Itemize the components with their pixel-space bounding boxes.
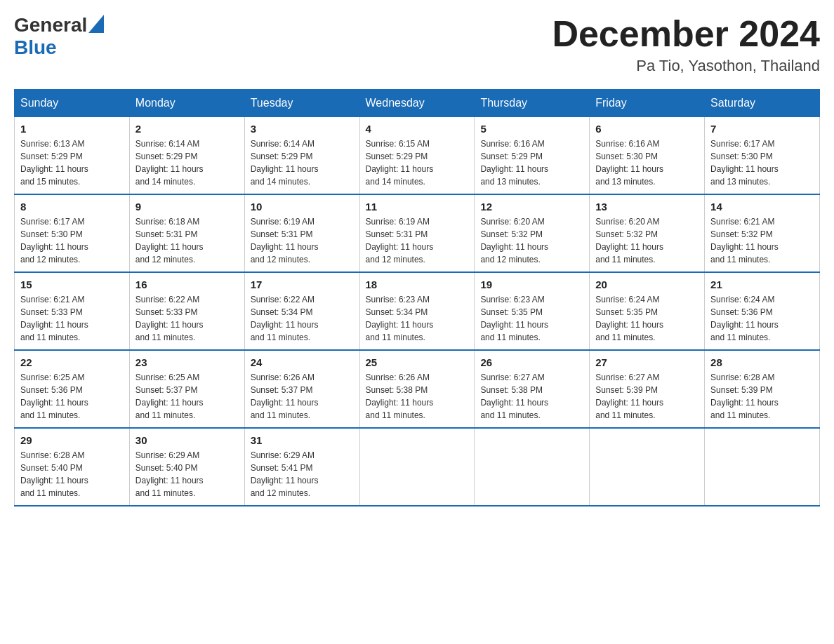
calendar-cell: 20Sunrise: 6:24 AMSunset: 5:35 PMDayligh… [590, 272, 705, 350]
calendar-cell: 30Sunrise: 6:29 AMSunset: 5:40 PMDayligh… [129, 428, 244, 506]
day-number: 26 [480, 356, 583, 368]
column-header-sunday: Sunday [15, 90, 130, 117]
calendar-cell: 31Sunrise: 6:29 AMSunset: 5:41 PMDayligh… [244, 428, 359, 506]
calendar-week-row: 29Sunrise: 6:28 AMSunset: 5:40 PMDayligh… [15, 428, 820, 506]
calendar-cell: 5Sunrise: 6:16 AMSunset: 5:29 PMDaylight… [475, 117, 590, 195]
calendar-cell [475, 428, 590, 506]
column-header-friday: Friday [590, 90, 705, 117]
calendar-cell: 22Sunrise: 6:25 AMSunset: 5:36 PMDayligh… [15, 350, 130, 428]
calendar-cell: 9Sunrise: 6:18 AMSunset: 5:31 PMDaylight… [129, 194, 244, 272]
day-info: Sunrise: 6:27 AMSunset: 5:39 PMDaylight:… [595, 371, 699, 422]
calendar-cell: 6Sunrise: 6:16 AMSunset: 5:30 PMDaylight… [590, 117, 705, 195]
day-info: Sunrise: 6:24 AMSunset: 5:35 PMDaylight:… [595, 293, 699, 344]
calendar-cell: 1Sunrise: 6:13 AMSunset: 5:29 PMDaylight… [15, 117, 130, 195]
calendar-cell: 13Sunrise: 6:20 AMSunset: 5:32 PMDayligh… [590, 194, 705, 272]
day-number: 14 [710, 201, 814, 213]
calendar-week-row: 8Sunrise: 6:17 AMSunset: 5:30 PMDaylight… [15, 194, 820, 272]
day-info: Sunrise: 6:19 AMSunset: 5:31 PMDaylight:… [251, 215, 354, 266]
calendar-cell: 28Sunrise: 6:28 AMSunset: 5:39 PMDayligh… [705, 350, 820, 428]
calendar-cell: 21Sunrise: 6:24 AMSunset: 5:36 PMDayligh… [705, 272, 820, 350]
day-number: 25 [366, 356, 469, 368]
calendar-cell: 23Sunrise: 6:25 AMSunset: 5:37 PMDayligh… [129, 350, 244, 428]
month-title: December 2024 [552, 14, 820, 54]
day-number: 31 [251, 434, 354, 446]
calendar-cell: 24Sunrise: 6:26 AMSunset: 5:37 PMDayligh… [244, 350, 359, 428]
calendar-cell: 17Sunrise: 6:22 AMSunset: 5:34 PMDayligh… [244, 272, 359, 350]
day-number: 4 [366, 123, 469, 135]
day-number: 16 [135, 279, 239, 290]
day-info: Sunrise: 6:27 AMSunset: 5:38 PMDaylight:… [480, 371, 583, 422]
column-header-monday: Monday [129, 90, 244, 117]
calendar-table: SundayMondayTuesdayWednesdayThursdayFrid… [14, 89, 820, 507]
day-info: Sunrise: 6:13 AMSunset: 5:29 PMDaylight:… [20, 137, 124, 188]
day-info: Sunrise: 6:14 AMSunset: 5:29 PMDaylight:… [135, 137, 239, 188]
day-number: 10 [251, 201, 354, 213]
day-info: Sunrise: 6:18 AMSunset: 5:31 PMDaylight:… [135, 215, 239, 266]
calendar-week-row: 1Sunrise: 6:13 AMSunset: 5:29 PMDaylight… [15, 117, 820, 195]
day-number: 23 [135, 356, 239, 368]
column-header-tuesday: Tuesday [244, 90, 359, 117]
day-number: 11 [366, 201, 469, 213]
day-info: Sunrise: 6:15 AMSunset: 5:29 PMDaylight:… [366, 137, 469, 188]
day-info: Sunrise: 6:23 AMSunset: 5:35 PMDaylight:… [480, 293, 583, 344]
day-info: Sunrise: 6:21 AMSunset: 5:32 PMDaylight:… [710, 215, 814, 266]
svg-marker-0 [88, 15, 104, 33]
calendar-cell: 11Sunrise: 6:19 AMSunset: 5:31 PMDayligh… [359, 194, 475, 272]
day-number: 27 [595, 356, 699, 368]
logo: General Blue [14, 14, 104, 59]
day-number: 21 [710, 279, 814, 290]
calendar-cell: 27Sunrise: 6:27 AMSunset: 5:39 PMDayligh… [590, 350, 705, 428]
day-number: 2 [135, 123, 239, 135]
day-number: 3 [251, 123, 354, 135]
calendar-cell: 8Sunrise: 6:17 AMSunset: 5:30 PMDaylight… [15, 194, 130, 272]
day-number: 13 [595, 201, 699, 213]
calendar-cell: 14Sunrise: 6:21 AMSunset: 5:32 PMDayligh… [705, 194, 820, 272]
location-title: Pa Tio, Yasothon, Thailand [552, 57, 820, 75]
day-number: 15 [20, 279, 124, 290]
day-info: Sunrise: 6:23 AMSunset: 5:34 PMDaylight:… [366, 293, 469, 344]
title-section: December 2024 Pa Tio, Yasothon, Thailand [552, 14, 820, 75]
day-number: 24 [251, 356, 354, 368]
calendar-cell [590, 428, 705, 506]
day-number: 8 [20, 201, 124, 213]
column-header-saturday: Saturday [705, 90, 820, 117]
column-header-thursday: Thursday [475, 90, 590, 117]
day-info: Sunrise: 6:14 AMSunset: 5:29 PMDaylight:… [251, 137, 354, 188]
day-info: Sunrise: 6:25 AMSunset: 5:36 PMDaylight:… [20, 371, 124, 422]
day-info: Sunrise: 6:21 AMSunset: 5:33 PMDaylight:… [20, 293, 124, 344]
logo-triangle-icon [88, 15, 104, 33]
day-info: Sunrise: 6:17 AMSunset: 5:30 PMDaylight:… [20, 215, 124, 266]
calendar-header-row: SundayMondayTuesdayWednesdayThursdayFrid… [15, 90, 820, 117]
calendar-cell: 19Sunrise: 6:23 AMSunset: 5:35 PMDayligh… [475, 272, 590, 350]
day-number: 30 [135, 434, 239, 446]
calendar-cell: 29Sunrise: 6:28 AMSunset: 5:40 PMDayligh… [15, 428, 130, 506]
day-info: Sunrise: 6:28 AMSunset: 5:39 PMDaylight:… [710, 371, 814, 422]
logo-general-text: General [14, 14, 87, 36]
day-number: 19 [480, 279, 583, 290]
day-number: 1 [20, 123, 124, 135]
calendar-cell: 3Sunrise: 6:14 AMSunset: 5:29 PMDaylight… [244, 117, 359, 195]
calendar-cell [359, 428, 475, 506]
day-number: 6 [595, 123, 699, 135]
calendar-cell [705, 428, 820, 506]
calendar-cell: 2Sunrise: 6:14 AMSunset: 5:29 PMDaylight… [129, 117, 244, 195]
calendar-cell: 18Sunrise: 6:23 AMSunset: 5:34 PMDayligh… [359, 272, 475, 350]
day-info: Sunrise: 6:24 AMSunset: 5:36 PMDaylight:… [710, 293, 814, 344]
day-info: Sunrise: 6:28 AMSunset: 5:40 PMDaylight:… [20, 449, 124, 499]
day-info: Sunrise: 6:16 AMSunset: 5:29 PMDaylight:… [480, 137, 583, 188]
day-info: Sunrise: 6:20 AMSunset: 5:32 PMDaylight:… [480, 215, 583, 266]
calendar-cell: 10Sunrise: 6:19 AMSunset: 5:31 PMDayligh… [244, 194, 359, 272]
day-info: Sunrise: 6:22 AMSunset: 5:34 PMDaylight:… [251, 293, 354, 344]
calendar-cell: 16Sunrise: 6:22 AMSunset: 5:33 PMDayligh… [129, 272, 244, 350]
day-number: 18 [366, 279, 469, 290]
day-number: 9 [135, 201, 239, 213]
calendar-cell: 15Sunrise: 6:21 AMSunset: 5:33 PMDayligh… [15, 272, 130, 350]
day-number: 22 [20, 356, 124, 368]
day-info: Sunrise: 6:26 AMSunset: 5:37 PMDaylight:… [251, 371, 354, 422]
day-info: Sunrise: 6:26 AMSunset: 5:38 PMDaylight:… [366, 371, 469, 422]
day-number: 5 [480, 123, 583, 135]
day-info: Sunrise: 6:29 AMSunset: 5:41 PMDaylight:… [251, 449, 354, 499]
day-number: 17 [251, 279, 354, 290]
day-number: 12 [480, 201, 583, 213]
logo-blue-text: Blue [14, 36, 57, 58]
